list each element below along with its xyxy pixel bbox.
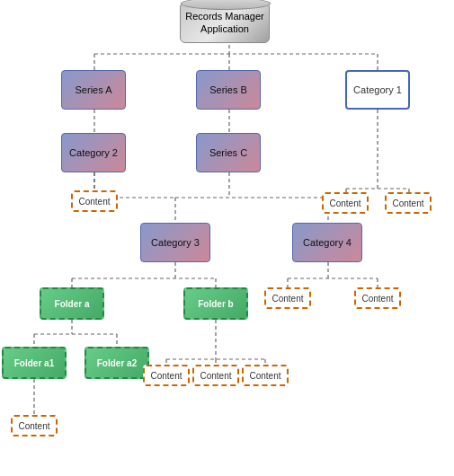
content-cat1-1-label: Content [329, 198, 361, 209]
diagram: Records Manager Application Series A Ser… [0, 0, 454, 476]
root-cylinder: Records Manager Application [180, 2, 270, 43]
root-label: Records Manager Application [184, 10, 265, 36]
folder-b-label: Folder b [198, 298, 233, 310]
content-cat2-node: Content [71, 190, 118, 212]
root-node: Records Manager Application [180, 2, 270, 43]
series-b-node: Series B [196, 70, 261, 110]
content-fa1-node: Content [11, 415, 58, 436]
category3-node: Category 3 [140, 223, 210, 262]
folder-b-node: Folder b [183, 287, 248, 320]
folder-a-label: Folder a [55, 298, 90, 310]
folder-a1-label: Folder a1 [14, 357, 54, 369]
content-cat1-2-node: Content [385, 192, 432, 214]
content-fb3-node: Content [242, 365, 289, 386]
content-fb2-label: Content [200, 370, 231, 382]
content-cat4-1-label: Content [272, 293, 303, 304]
content-fb2-node: Content [192, 365, 239, 386]
category3-label: Category 3 [151, 236, 200, 249]
category4-label: Category 4 [303, 236, 352, 249]
content-cat4-2-label: Content [361, 293, 393, 304]
series-c-label: Series C [209, 146, 247, 159]
category4-node: Category 4 [292, 223, 362, 262]
content-cat2-label: Content [78, 196, 110, 207]
series-c-node: Series C [196, 133, 261, 172]
series-a-label: Series A [76, 84, 112, 96]
folder-a2-label: Folder a2 [97, 357, 137, 369]
folder-a2-node: Folder a2 [85, 347, 149, 379]
category2-node: Category 2 [61, 133, 126, 172]
series-a-node: Series A [61, 70, 126, 110]
content-fb3-label: Content [249, 370, 280, 382]
category1-label: Category 1 [353, 84, 402, 96]
content-cat1-2-label: Content [392, 198, 423, 209]
content-fb1-node: Content [143, 365, 190, 386]
content-fb1-label: Content [150, 370, 182, 382]
content-cat4-2-node: Content [354, 287, 401, 309]
content-fa1-label: Content [18, 420, 49, 432]
category1-node: Category 1 [345, 70, 410, 110]
series-b-label: Series B [209, 84, 247, 96]
category2-label: Category 2 [69, 146, 118, 159]
folder-a1-node: Folder a1 [2, 347, 67, 379]
content-cat1-1-node: Content [322, 192, 369, 214]
content-cat4-1-node: Content [264, 287, 311, 309]
folder-a-node: Folder a [40, 287, 104, 320]
